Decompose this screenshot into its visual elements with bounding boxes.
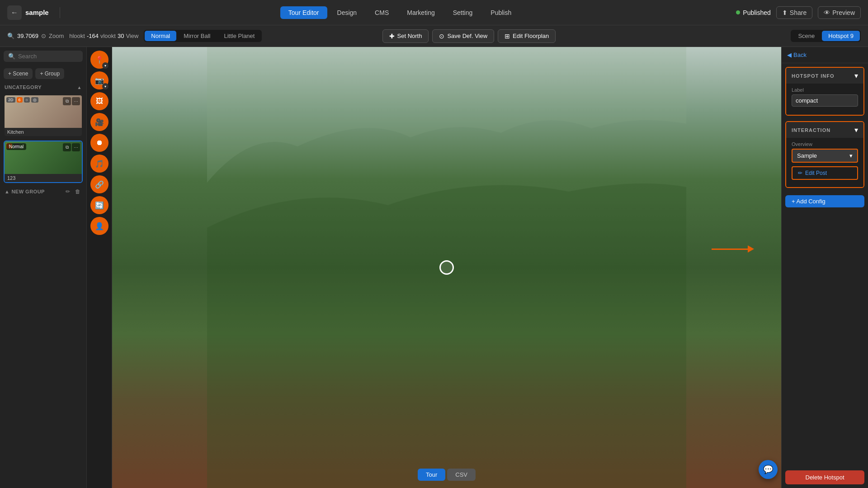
scene-item-kitchen[interactable]: 2D 6 ○ ◎ ⧉ ⋯ Kitchen: [4, 94, 83, 137]
overview-label: Overview: [792, 141, 858, 147]
chevron-down-icon-2: ▾: [102, 83, 108, 89]
scene-item-123[interactable]: 9 ○ Normal ⧉ ⋯ 123: [4, 141, 83, 183]
nav-tabs: Tour Editor Design CMS Marketing Setting…: [67, 6, 733, 19]
published-label: Published: [743, 9, 771, 16]
preview-button[interactable]: 👁 Preview: [818, 6, 861, 19]
edit-floorplan-button[interactable]: ⊞ Edit Floorplan: [498, 29, 556, 43]
toolbar-actions: ✚ Set North ⊙ Save Def. View ⊞ Edit Floo…: [382, 29, 556, 43]
location-icon: 📍: [95, 56, 104, 64]
tab-setting[interactable]: Setting: [445, 6, 481, 19]
tool-image[interactable]: 🖼: [90, 92, 108, 110]
projection-group: Normal Mirror Ball Little Planet: [144, 30, 262, 42]
badge-count-0: ○: [24, 97, 30, 103]
badge-count-6: 6: [17, 97, 23, 103]
hotspot-marker[interactable]: [439, 260, 454, 275]
scene-copy-btn-123[interactable]: ⧉: [63, 143, 71, 151]
add-config-button[interactable]: + Add Config: [785, 195, 864, 207]
tab-scene[interactable]: Scene: [792, 31, 821, 41]
right-panel: ◀ Back HOTSPOT INFO ▾ Label INTERACTION …: [781, 47, 868, 488]
search-input[interactable]: [18, 53, 94, 60]
tool-video[interactable]: ⏺: [90, 134, 108, 152]
scene-more-btn[interactable]: ⋯: [72, 97, 80, 105]
scene-item-actions-123: ⧉ ⋯: [63, 143, 80, 151]
app-title: sample: [25, 9, 49, 16]
sample-dropdown[interactable]: Sample ▾: [792, 149, 858, 163]
eye-icon: 👁: [824, 9, 830, 16]
chat-bubble[interactable]: 💬: [759, 460, 778, 479]
main-layout: 🔍 + Scene + Group UNCATEGORY ▲ 2D 6 ○ ◎: [0, 47, 868, 488]
label-field-label: Label: [792, 87, 858, 93]
tool-camera[interactable]: 📷 ▾: [90, 71, 108, 89]
projection-little-planet[interactable]: Little Planet: [218, 31, 261, 41]
share-button[interactable]: ⬆ Share: [776, 6, 812, 19]
add-group-button[interactable]: + Group: [35, 68, 64, 79]
edit-group-btn[interactable]: ✏: [64, 188, 72, 196]
red-arrow-line: [712, 249, 748, 250]
link-icon: 🔗: [95, 180, 104, 189]
search-input-wrap[interactable]: 🔍: [4, 51, 83, 62]
new-group-section: ▲ NEW GROUP ✏ 🗑: [0, 185, 86, 198]
hlook-label: hlookt: [69, 33, 85, 39]
delete-group-btn[interactable]: 🗑: [74, 188, 82, 196]
tools-panel: 📍 ▾ 📷 ▾ 🖼 🎥 ⏺ 🎵 🔗 🔄 👤: [87, 47, 112, 488]
set-north-button[interactable]: ✚ Set North: [382, 29, 429, 43]
edit-post-button[interactable]: ✏ Edit Post: [792, 166, 858, 180]
vlook-value: 30: [118, 33, 124, 39]
tab-design[interactable]: Design: [329, 6, 365, 19]
toolbar: 🔍 39.7069 ⊙ Zoom hlookt -164 vlookt 30 V…: [0, 25, 868, 47]
tab-tour-editor[interactable]: Tour Editor: [280, 6, 327, 19]
tab-tour-bottom[interactable]: Tour: [418, 469, 445, 481]
interaction-header[interactable]: INTERACTION ▾: [786, 122, 863, 138]
chat-icon: 💬: [763, 465, 773, 474]
save-def-view-button[interactable]: ⊙ Save Def. View: [432, 29, 494, 43]
divider: [60, 7, 60, 18]
scene-name-kitchen: Kitchen: [5, 128, 82, 136]
status-dot: [736, 10, 740, 14]
top-right-actions: Published ⬆ Share 👁 Preview: [736, 6, 861, 19]
zoom-label: Zoom: [49, 33, 64, 39]
tool-video-red[interactable]: 🎥: [90, 113, 108, 131]
zoom-group: 🔍 39.7069 ⊙ Zoom: [7, 33, 64, 39]
viewport[interactable]: Tour CSV: [112, 47, 781, 488]
back-button[interactable]: ←: [7, 5, 22, 20]
interaction-body: Overview Sample ▾ ✏ Edit Post: [786, 138, 863, 187]
zoom-value: 39.7069: [17, 33, 38, 39]
delete-hotspot-button[interactable]: Delete Hotspot: [785, 470, 864, 484]
tool-location[interactable]: 📍 ▾: [90, 51, 108, 69]
tab-csv-bottom[interactable]: CSV: [447, 469, 476, 481]
search-bar: 🔍: [0, 47, 86, 66]
viewport-background: Tour CSV: [112, 47, 781, 488]
tab-marketing[interactable]: Marketing: [399, 6, 443, 19]
user-icon: 👤: [95, 222, 104, 230]
hotspot-info-title: HOTSPOT INFO: [792, 73, 835, 79]
scene-more-btn-123[interactable]: ⋯: [72, 143, 80, 151]
projection-normal[interactable]: Normal: [145, 31, 176, 41]
uncategory-label: UNCATEGORY: [5, 84, 42, 90]
label-input[interactable]: [792, 94, 858, 107]
hotspot-info-header[interactable]: HOTSPOT INFO ▾: [786, 68, 863, 84]
right-panel-header: ◀ Back: [782, 47, 868, 63]
back-link[interactable]: ◀ Back: [787, 52, 807, 58]
hotspot-info-section: HOTSPOT INFO ▾ Label: [785, 67, 864, 116]
new-group-actions: ✏ 🗑: [64, 188, 82, 196]
video-red-icon: 🎥: [95, 118, 104, 127]
chevron-down-icon: ▾: [102, 62, 108, 69]
uncategory-group[interactable]: UNCATEGORY ▲: [0, 82, 86, 93]
tab-hotspot[interactable]: Hotspot 9: [822, 31, 860, 41]
normal-badge: Normal: [6, 143, 26, 150]
tab-publish[interactable]: Publish: [482, 6, 519, 19]
tool-user[interactable]: 👤: [90, 217, 108, 235]
scene-copy-btn[interactable]: ⧉: [63, 97, 71, 105]
save-icon: ⊙: [439, 33, 444, 40]
hlook-value: -164: [87, 33, 99, 39]
tab-cms[interactable]: CMS: [367, 6, 397, 19]
projection-mirror-ball[interactable]: Mirror Ball: [177, 31, 217, 41]
tool-refresh[interactable]: 🔄: [90, 196, 108, 214]
new-group-label[interactable]: ▲ NEW GROUP: [5, 189, 45, 194]
scene-item-actions: ⧉ ⋯: [63, 97, 80, 105]
tool-link[interactable]: 🔗: [90, 175, 108, 193]
scene-name-123: 123: [5, 174, 82, 182]
arrow-overlay: [712, 245, 754, 253]
tool-music[interactable]: 🎵: [90, 155, 108, 173]
add-scene-button[interactable]: + Scene: [4, 68, 33, 79]
